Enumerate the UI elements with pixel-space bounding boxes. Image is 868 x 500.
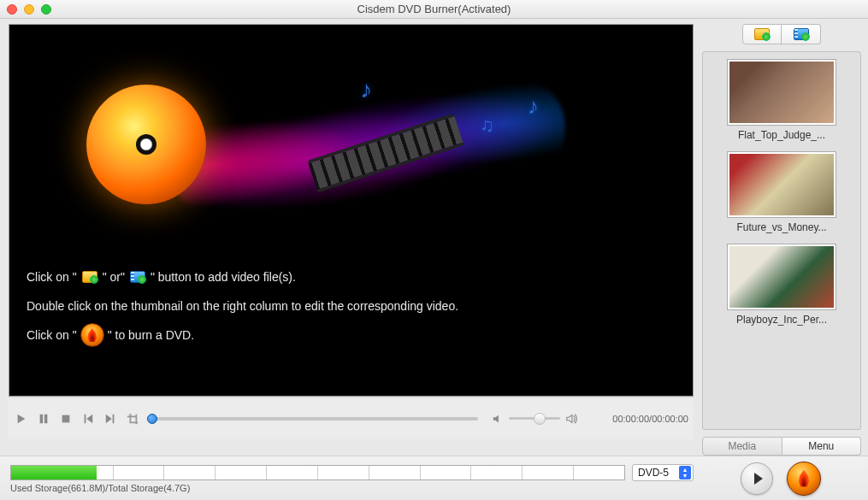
- thumbnail-image: [727, 59, 836, 126]
- window-title: Cisdem DVD Burner(Activated): [0, 3, 868, 15]
- preview-area: ♪ ♫ ♪ Click on " " or" " button to add v…: [9, 24, 694, 397]
- burn-button[interactable]: [787, 462, 821, 496]
- dvd-type-select[interactable]: DVD-5 ▲▼: [632, 464, 694, 481]
- instruction-text: Click on ": [27, 321, 77, 350]
- storage-fill: [11, 466, 97, 479]
- dvd-type-value: DVD-5: [638, 467, 669, 479]
- flame-icon: [798, 470, 810, 487]
- music-note-icon: ♪: [360, 76, 372, 103]
- footer-bar: DVD-5 ▲▼ Used Storage(661.8M)/Total Stor…: [0, 456, 868, 500]
- storage-label: Used Storage(661.8M)/Total Storage(4.7G): [10, 483, 694, 493]
- timecode-display: 00:00:00/00:00:00: [586, 414, 688, 424]
- seek-slider[interactable]: [152, 417, 478, 421]
- list-item[interactable]: Playboyz_Inc_Per...: [710, 244, 853, 326]
- add-video-button[interactable]: [782, 24, 821, 44]
- instruction-text: Click on ": [27, 262, 77, 291]
- pause-button[interactable]: [36, 411, 51, 426]
- side-panel: Flat_Top_Judge_... Future_vs_Money... Pl…: [699, 19, 868, 456]
- thumbnail-label: Playboyz_Inc_Per...: [725, 314, 838, 326]
- splash-graphic: ♪ ♫ ♪: [52, 42, 650, 238]
- thumbnail-label: Flat_Top_Judge_...: [725, 129, 838, 141]
- play-icon: [754, 473, 763, 485]
- thumbnail-list: Flat_Top_Judge_... Future_vs_Money... Pl…: [702, 51, 861, 430]
- music-note-icon: ♪: [528, 93, 539, 120]
- chevron-up-down-icon: ▲▼: [679, 466, 691, 479]
- next-button[interactable]: [103, 411, 118, 426]
- add-folder-button[interactable]: [742, 24, 782, 44]
- preview-play-button[interactable]: [741, 462, 773, 495]
- list-item[interactable]: Future_vs_Money...: [710, 151, 853, 233]
- tab-menu[interactable]: Menu: [782, 437, 862, 456]
- instruction-text: " button to add video file(s).: [151, 262, 296, 291]
- transport-controls: 00:00:00/00:00:00: [9, 397, 694, 439]
- music-note-icon: ♫: [480, 115, 494, 137]
- instruction-text: " or": [103, 262, 125, 291]
- crop-button[interactable]: [125, 411, 140, 426]
- prev-button[interactable]: [80, 411, 96, 426]
- volume-slider[interactable]: [509, 417, 560, 420]
- burn-icon: [80, 323, 104, 347]
- folder-add-icon: [754, 28, 770, 40]
- video-add-icon: [128, 269, 147, 285]
- titlebar: Cisdem DVD Burner(Activated): [0, 0, 868, 19]
- play-button[interactable]: [14, 411, 29, 426]
- tab-media[interactable]: Media: [702, 437, 782, 456]
- stop-button[interactable]: [58, 411, 74, 426]
- volume-down-button[interactable]: [490, 411, 505, 426]
- volume-up-button[interactable]: [564, 411, 579, 426]
- thumbnail-label: Future_vs_Money...: [725, 221, 838, 233]
- instructions-text: Click on " " or" " button to add video f…: [27, 262, 458, 350]
- storage-bar: [10, 465, 625, 480]
- main-panel: ♪ ♫ ♪ Click on " " or" " button to add v…: [0, 19, 699, 456]
- instruction-text: Double click on the thumbnail on the rig…: [27, 291, 458, 321]
- thumbnail-image: [727, 151, 836, 218]
- video-add-icon: [794, 28, 809, 40]
- list-item[interactable]: Flat_Top_Judge_...: [710, 59, 853, 141]
- thumbnail-image: [727, 244, 836, 310]
- instruction-text: " to burn a DVD.: [108, 321, 194, 350]
- folder-add-icon: [80, 269, 99, 285]
